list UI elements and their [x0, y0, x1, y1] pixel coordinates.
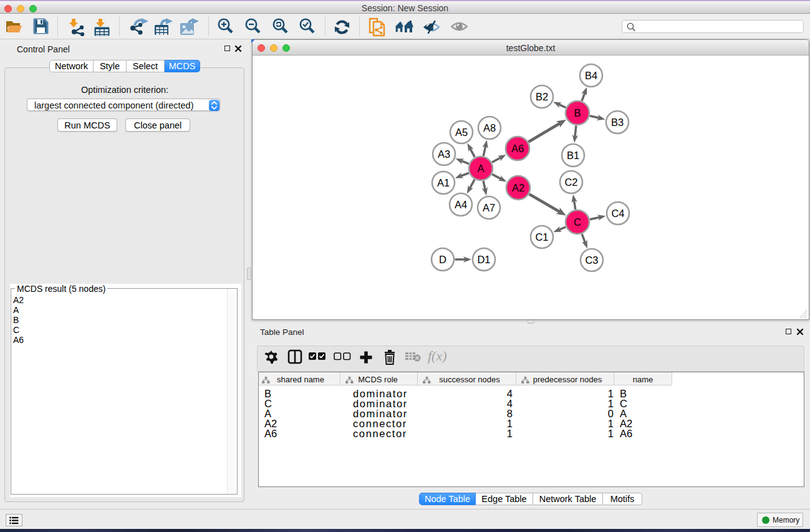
svg-text:C2: C2 — [564, 177, 577, 188]
svg-text:B3: B3 — [611, 117, 624, 128]
svg-text:A2: A2 — [512, 182, 524, 193]
svg-text:B: B — [574, 107, 581, 118]
svg-text:A3: A3 — [438, 148, 450, 160]
svg-text:B2: B2 — [536, 91, 548, 102]
svg-text:C3: C3 — [585, 254, 598, 266]
svg-text:A7: A7 — [483, 202, 495, 213]
svg-text:A5: A5 — [455, 127, 468, 138]
svg-text:A4: A4 — [455, 199, 467, 210]
svg-text:C: C — [574, 216, 581, 228]
svg-text:C1: C1 — [535, 231, 548, 243]
svg-text:C4: C4 — [611, 208, 624, 219]
svg-text:A: A — [477, 163, 484, 174]
svg-text:A6: A6 — [511, 143, 524, 154]
svg-text:D: D — [439, 254, 446, 265]
svg-text:A8: A8 — [483, 122, 496, 133]
svg-text:D1: D1 — [477, 254, 490, 265]
svg-text:B4: B4 — [585, 70, 597, 81]
svg-text:B1: B1 — [567, 150, 579, 161]
svg-text:A1: A1 — [437, 177, 450, 188]
